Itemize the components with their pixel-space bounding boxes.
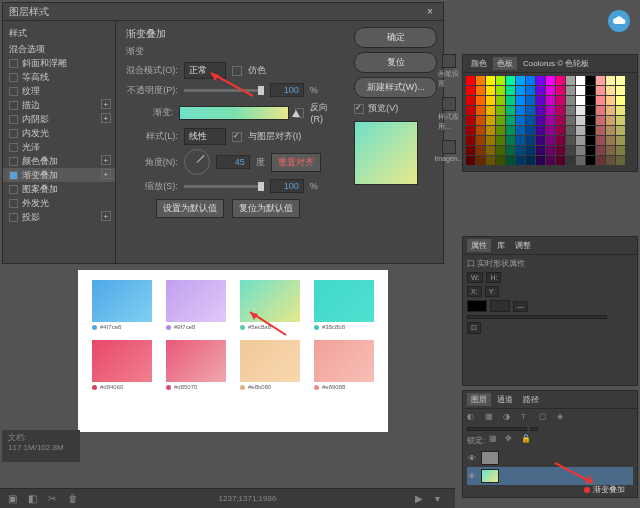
color-swatch[interactable] [536,136,545,145]
color-swatch[interactable] [546,106,555,115]
color-swatch[interactable] [616,86,625,95]
color-swatch[interactable] [526,116,535,125]
color-swatch[interactable] [476,86,485,95]
color-swatch[interactable] [556,86,565,95]
color-swatch[interactable] [616,136,625,145]
color-swatch[interactable] [596,76,605,85]
height-input[interactable]: H: [486,272,501,283]
angle-input[interactable]: 45 [216,155,250,169]
color-swatch[interactable] [566,136,575,145]
color-swatch[interactable] [476,106,485,115]
color-swatch[interactable] [596,126,605,135]
scale-slider[interactable] [184,185,264,188]
color-swatch[interactable] [556,96,565,105]
color-swatch[interactable] [596,156,605,165]
color-swatch[interactable] [586,106,595,115]
cloud-sync-icon[interactable] [608,10,630,32]
color-swatch[interactable] [546,156,555,165]
color-swatch[interactable] [616,146,625,155]
color-swatch[interactable] [466,76,475,85]
tab-color[interactable]: 颜色 [467,57,491,70]
color-swatch[interactable] [596,86,605,95]
filter-pixel-icon[interactable]: ▦ [485,412,497,424]
gradient-style-select[interactable]: 线性 [184,128,226,145]
reset-align-button[interactable]: 重置对齐 [271,153,321,172]
color-swatch[interactable] [586,76,595,85]
color-swatch[interactable] [516,106,525,115]
color-swatch[interactable] [486,156,495,165]
tab-swatches[interactable]: 色板 [493,57,517,70]
filter-smart-icon[interactable]: ◈ [557,412,569,424]
color-swatch[interactable] [606,116,615,125]
color-swatch[interactable] [556,76,565,85]
style-item-6[interactable]: 光泽 [3,140,115,154]
tab-layers[interactable]: 图层 [467,393,491,406]
color-swatch[interactable] [526,76,535,85]
color-swatch[interactable] [556,126,565,135]
layer-row[interactable]: 👁 [467,449,633,467]
style-item-7[interactable]: 颜色叠加+ [3,154,115,168]
color-swatch[interactable] [466,96,475,105]
color-swatch[interactable] [476,136,485,145]
color-swatch[interactable] [546,146,555,155]
visibility-icon[interactable]: 👁 [467,454,477,463]
color-swatch[interactable] [526,96,535,105]
color-swatch[interactable] [496,156,505,165]
gradient-swatch-7[interactable] [314,340,374,382]
color-swatch[interactable] [516,76,525,85]
corner-radius-row[interactable] [467,315,607,319]
color-swatch[interactable] [516,136,525,145]
style-item-5[interactable]: 内发光 [3,126,115,140]
color-swatch[interactable] [506,156,515,165]
color-swatch[interactable] [486,106,495,115]
color-swatch[interactable] [466,126,475,135]
color-swatch[interactable] [536,96,545,105]
color-swatch[interactable] [586,96,595,105]
styles-tab[interactable]: 样式应用... [438,97,460,132]
color-swatch[interactable] [526,146,535,155]
color-swatch[interactable] [606,146,615,155]
style-item-10[interactable]: 外发光 [3,196,115,210]
blend-mode-layer[interactable] [467,427,527,431]
color-swatch[interactable] [506,86,515,95]
color-swatch[interactable] [466,86,475,95]
add-style-icon[interactable]: + [101,113,111,123]
tab-coolorus[interactable]: Coolorus © 色轮板 [519,57,593,70]
dialog-titlebar[interactable]: 图层样式 × [3,3,443,21]
gradient-swatch-2[interactable] [240,280,300,322]
color-swatch[interactable] [556,156,565,165]
color-swatch[interactable] [576,76,585,85]
color-swatch[interactable] [506,76,515,85]
add-style-icon[interactable]: + [101,99,111,109]
make-default-button[interactable]: 设置为默认值 [156,199,224,218]
color-swatch[interactable] [606,156,615,165]
color-swatch[interactable] [586,156,595,165]
color-swatch[interactable] [566,146,575,155]
lock-all-icon[interactable]: 🔒 [521,434,533,446]
close-icon[interactable]: × [423,6,437,17]
color-swatch[interactable] [486,126,495,135]
color-swatch[interactable] [546,86,555,95]
color-swatch[interactable] [516,86,525,95]
color-swatch[interactable] [516,156,525,165]
scissors-icon[interactable]: ✂ [48,493,60,505]
style-item-3[interactable]: 描边+ [3,98,115,112]
color-swatch[interactable] [506,116,515,125]
color-swatch[interactable] [556,136,565,145]
color-swatch[interactable] [566,76,575,85]
color-swatch[interactable] [516,96,525,105]
reset-default-button[interactable]: 复位为默认值 [232,199,300,218]
color-swatch[interactable] [496,76,505,85]
color-swatch[interactable] [576,86,585,95]
color-swatch[interactable] [546,116,555,125]
blend-mode-select[interactable]: 正常 [184,62,226,79]
gradient-swatch-1[interactable] [166,280,226,322]
color-swatch[interactable] [566,96,575,105]
color-swatch[interactable] [486,146,495,155]
opacity-slider[interactable] [184,89,264,92]
color-swatch[interactable] [586,86,595,95]
color-swatch[interactable] [596,136,605,145]
style-checkbox[interactable] [9,171,18,180]
gradient-swatch-5[interactable] [166,340,226,382]
trash-icon[interactable]: 🗑 [68,493,80,505]
